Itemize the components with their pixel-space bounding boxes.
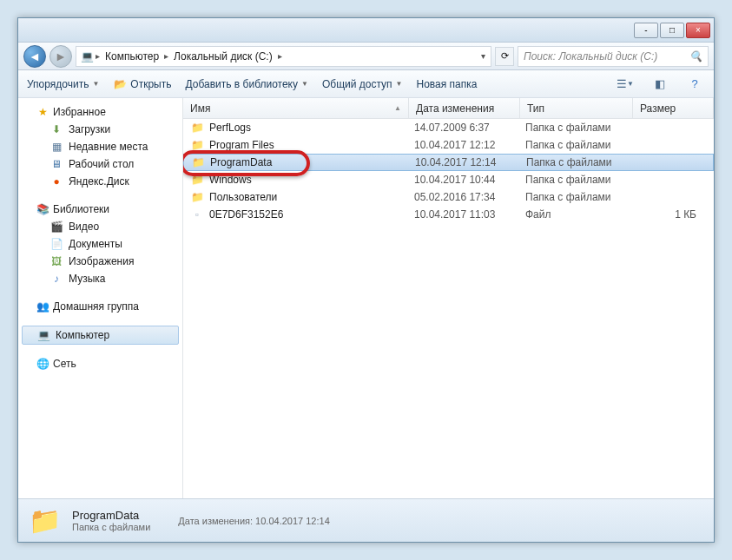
chevron-down-icon: ▼ [92, 80, 99, 88]
status-item-type: Папка с файлами [72, 522, 150, 532]
column-type[interactable]: Тип [520, 98, 633, 118]
computer-icon: 💻 [36, 328, 50, 342]
organize-button[interactable]: Упорядочить▼ [27, 78, 99, 90]
arrow-right-icon: ► [55, 49, 67, 63]
recent-icon: ▦ [49, 140, 63, 154]
file-row[interactable]: 📁PerfLogs14.07.2009 6:37Папка с файлами [183, 119, 714, 136]
sidebar-computer[interactable]: 💻Компьютер [22, 326, 179, 345]
search-icon: 🔍 [689, 49, 702, 63]
folder-open-icon: 📂 [113, 77, 127, 91]
share-button[interactable]: Общий доступ▼ [322, 78, 403, 90]
file-type: Папка с файлами [525, 139, 638, 151]
status-item-name: ProgramData [72, 509, 150, 522]
image-icon: 🖼 [49, 254, 63, 268]
toolbar: Упорядочить▼ 📂Открыть Добавить в библиот… [18, 70, 714, 98]
close-button[interactable]: × [686, 23, 710, 38]
sidebar-homegroup[interactable]: 👥Домашняя группа [18, 298, 182, 315]
file-row[interactable]: 📁ProgramData10.04.2017 12:14Папка с файл… [183, 154, 714, 171]
star-icon: ★ [36, 105, 49, 119]
titlebar[interactable]: - □ × [18, 18, 714, 43]
back-button[interactable]: ◄ [23, 45, 46, 68]
sidebar-video[interactable]: 🎬Видео [18, 218, 182, 235]
breadcrumb-drive[interactable]: Локальный диск (C:) [170, 50, 276, 63]
chevron-down-icon[interactable]: ▾ [479, 51, 487, 61]
search-input[interactable]: Поиск: Локальный диск (C:) 🔍 [518, 46, 709, 67]
sidebar: ★Избранное ⬇Загрузки ▦Недавние места 🖥Ра… [18, 98, 183, 498]
maximize-button[interactable]: □ [660, 23, 684, 38]
column-date[interactable]: Дата изменения [409, 98, 520, 118]
video-icon: 🎬 [49, 220, 63, 234]
status-meta-label: Дата изменения: [178, 516, 253, 526]
column-name[interactable]: Имя▲ [183, 98, 409, 118]
preview-pane-button[interactable]: ◧ [650, 75, 670, 94]
file-row[interactable]: 📁Program Files10.04.2017 12:12Папка с фа… [183, 136, 714, 154]
breadcrumb-computer[interactable]: Компьютер [102, 50, 162, 63]
folder-icon: 📁 [190, 190, 204, 204]
sidebar-network[interactable]: 🌐Сеть [18, 355, 182, 372]
sidebar-ydisk[interactable]: ●Яндекс.Диск [18, 173, 182, 190]
drive-icon: 💻 [80, 49, 94, 63]
column-size[interactable]: Размер [633, 98, 714, 118]
newfolder-button[interactable]: Новая папка [416, 78, 477, 90]
folder-icon: 📁 [190, 138, 204, 152]
file-row[interactable]: 📁Пользователи05.02.2016 17:34Папка с фай… [183, 188, 714, 206]
search-placeholder: Поиск: Локальный диск (C:) [524, 50, 657, 63]
refresh-button[interactable]: ⟳ [495, 47, 514, 66]
arrow-left-icon: ◄ [29, 49, 41, 63]
chevron-down-icon: ▼ [396, 80, 403, 88]
file-pane: Имя▲ Дата изменения Тип Размер 📁PerfLogs… [183, 98, 714, 498]
file-size: 1 КБ [638, 208, 714, 221]
file-row[interactable]: ▫0E7D6F3152E610.04.2017 11:03Файл1 КБ [183, 206, 714, 223]
document-icon: 📄 [49, 237, 63, 251]
minimize-button[interactable]: - [634, 23, 658, 38]
explorer-window: - □ × ◄ ► 💻 ▸ Компьютер ▸ Локальный диск… [17, 17, 715, 543]
file-name: Program Files [209, 139, 274, 151]
file-type: Файл [525, 208, 638, 221]
forward-button[interactable]: ► [49, 45, 72, 68]
sidebar-favorites[interactable]: ★Избранное [18, 103, 182, 121]
sidebar-images[interactable]: 🖼Изображения [18, 253, 182, 270]
chevron-right-icon[interactable]: ▸ [276, 51, 284, 61]
file-type: Папка с файлами [525, 191, 638, 203]
breadcrumb[interactable]: 💻 ▸ Компьютер ▸ Локальный диск (C:) ▸ ▾ [76, 46, 491, 67]
sidebar-documents[interactable]: 📄Документы [18, 235, 182, 253]
status-bar: 📁 ProgramData Папка с файлами Дата измен… [18, 498, 714, 542]
sidebar-recent[interactable]: ▦Недавние места [18, 138, 182, 155]
file-name: 0E7D6F3152E6 [209, 208, 283, 221]
refresh-icon: ⟳ [501, 50, 509, 62]
sidebar-music[interactable]: ♪Музыка [18, 270, 182, 287]
folder-icon: 📁 [27, 505, 62, 537]
view-button[interactable]: ☰▼ [615, 75, 636, 94]
column-headers: Имя▲ Дата изменения Тип Размер [183, 98, 714, 119]
file-date: 10.04.2017 10:44 [414, 174, 525, 186]
sidebar-desktop[interactable]: 🖥Рабочий стол [18, 155, 182, 173]
file-row[interactable]: 📁Windows10.04.2017 10:44Папка с файлами [183, 171, 714, 188]
help-button[interactable]: ? [684, 75, 705, 94]
yandex-disk-icon: ● [49, 175, 63, 188]
chevron-right-icon[interactable]: ▸ [162, 51, 170, 61]
file-type: Папка с файлами [526, 156, 639, 168]
sidebar-downloads[interactable]: ⬇Загрузки [18, 121, 182, 138]
chevron-right-icon[interactable]: ▸ [94, 51, 102, 61]
file-name: Windows [209, 174, 252, 186]
file-date: 10.04.2017 11:03 [414, 208, 525, 221]
chevron-down-icon: ▼ [301, 80, 308, 88]
open-button[interactable]: 📂Открыть [113, 77, 171, 91]
sort-asc-icon: ▲ [394, 104, 401, 112]
download-icon: ⬇ [49, 122, 63, 136]
status-meta-value: 10.04.2017 12:14 [255, 516, 330, 526]
sidebar-libraries[interactable]: 📚Библиотеки [18, 201, 182, 218]
file-type: Папка с файлами [525, 122, 638, 134]
file-icon: ▫ [190, 208, 204, 221]
file-name: Пользователи [209, 191, 277, 203]
file-list[interactable]: 📁PerfLogs14.07.2009 6:37Папка с файлами📁… [183, 119, 714, 498]
folder-icon: 📁 [190, 121, 204, 135]
file-name: PerfLogs [209, 122, 251, 134]
desktop-icon: 🖥 [49, 157, 63, 171]
file-date: 10.04.2017 12:12 [414, 139, 525, 151]
file-name: ProgramData [210, 156, 272, 168]
file-date: 05.02.2016 17:34 [414, 191, 525, 203]
folder-icon: 📁 [191, 155, 205, 169]
music-icon: ♪ [49, 272, 63, 286]
library-button[interactable]: Добавить в библиотеку▼ [185, 78, 307, 90]
